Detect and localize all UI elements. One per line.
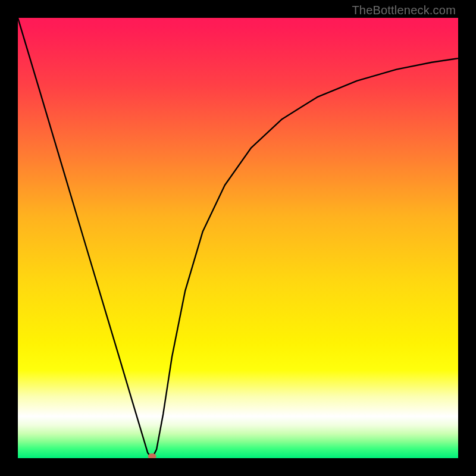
watermark-text: TheBottleneck.com bbox=[352, 4, 456, 17]
plot-area bbox=[18, 18, 458, 458]
chart-frame: TheBottleneck.com bbox=[0, 0, 476, 476]
curve-layer bbox=[18, 18, 458, 458]
bottleneck-curve bbox=[18, 18, 458, 458]
